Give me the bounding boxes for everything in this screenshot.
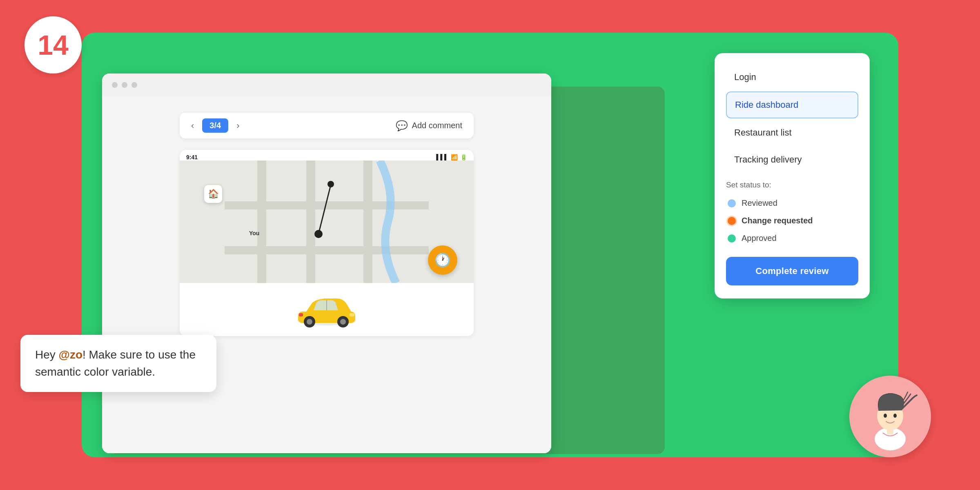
wifi-icon: 📶 — [451, 154, 458, 160]
clock-button[interactable]: 🕐 — [428, 245, 457, 275]
status-option-approved[interactable]: Approved — [726, 229, 858, 247]
avatar-illustration — [853, 380, 927, 453]
nav-next-arrow[interactable]: › — [236, 120, 239, 131]
add-comment-label: Add comment — [412, 121, 462, 130]
comment-bubble: Hey @zo! Make sure to use the semantic c… — [20, 335, 216, 392]
svg-rect-3 — [363, 160, 372, 283]
reviewed-dot — [728, 199, 736, 207]
comment-text-before: Hey — [35, 348, 59, 361]
phone-card: 9:41 ▌▌▌ 📶 🔋 — [180, 150, 474, 336]
map-area: 🏠 You 🕐 — [180, 160, 474, 283]
battery-icon: 🔋 — [460, 154, 467, 160]
phone-status-bar: 9:41 ▌▌▌ 📶 🔋 — [180, 150, 474, 160]
browser-titlebar — [102, 74, 551, 96]
comment-mention: @zo — [59, 348, 82, 361]
set-status-label: Set status to: — [726, 180, 858, 189]
add-comment-button[interactable]: 💬 Add comment — [396, 120, 462, 131]
svg-point-15 — [340, 319, 346, 325]
browser-dot-2 — [122, 82, 127, 88]
menu-item-login[interactable]: Login — [726, 65, 858, 90]
change-requested-dot — [728, 217, 736, 225]
svg-rect-2 — [306, 160, 315, 283]
home-pin: 🏠 — [204, 185, 222, 203]
page-indicator: 3/4 — [202, 118, 228, 133]
comment-icon: 💬 — [396, 120, 408, 131]
menu-item-ride-dashboard[interactable]: Ride dashboard — [726, 91, 858, 118]
svg-rect-5 — [225, 246, 429, 254]
svg-point-7 — [327, 181, 334, 187]
phone-time: 9:41 — [186, 154, 198, 160]
nav-prev-arrow[interactable]: ‹ — [191, 120, 194, 131]
svg-rect-0 — [225, 160, 429, 283]
svg-point-21 — [884, 414, 887, 418]
you-label: You — [249, 230, 259, 236]
svg-point-8 — [314, 230, 323, 238]
status-icons: ▌▌▌ 📶 🔋 — [436, 154, 467, 160]
car-icon — [294, 291, 359, 328]
browser-dot-1 — [112, 82, 118, 88]
status-option-change-requested[interactable]: Change requested — [726, 212, 858, 229]
approved-dot — [728, 234, 736, 243]
svg-rect-16 — [350, 313, 354, 316]
car-section — [180, 283, 474, 336]
menu-item-restaurant-list[interactable]: Restaurant list — [726, 120, 858, 145]
svg-rect-23 — [887, 428, 893, 434]
right-panel: Login Ride dashboard Restaurant list Tra… — [715, 53, 870, 298]
badge-number: 14 — [24, 16, 82, 74]
signal-icon: ▌▌▌ — [436, 154, 448, 160]
menu-item-tracking-delivery[interactable]: Tracking delivery — [726, 147, 858, 172]
phone-area: 9:41 ▌▌▌ 📶 🔋 — [180, 150, 474, 336]
svg-rect-17 — [299, 313, 303, 316]
nav-bar: ‹ 3/4 › 💬 Add comment — [180, 113, 474, 138]
browser-window: ‹ 3/4 › 💬 Add comment 9:41 ▌▌▌ 📶 🔋 — [102, 74, 551, 453]
svg-point-13 — [307, 319, 312, 325]
browser-dot-3 — [131, 82, 137, 88]
svg-rect-1 — [257, 160, 266, 283]
complete-review-button[interactable]: Complete review — [726, 257, 858, 285]
svg-point-22 — [893, 414, 897, 418]
avatar-circle — [849, 376, 931, 457]
browser-content: ‹ 3/4 › 💬 Add comment 9:41 ▌▌▌ 📶 🔋 — [102, 96, 551, 453]
status-option-reviewed[interactable]: Reviewed — [726, 194, 858, 212]
